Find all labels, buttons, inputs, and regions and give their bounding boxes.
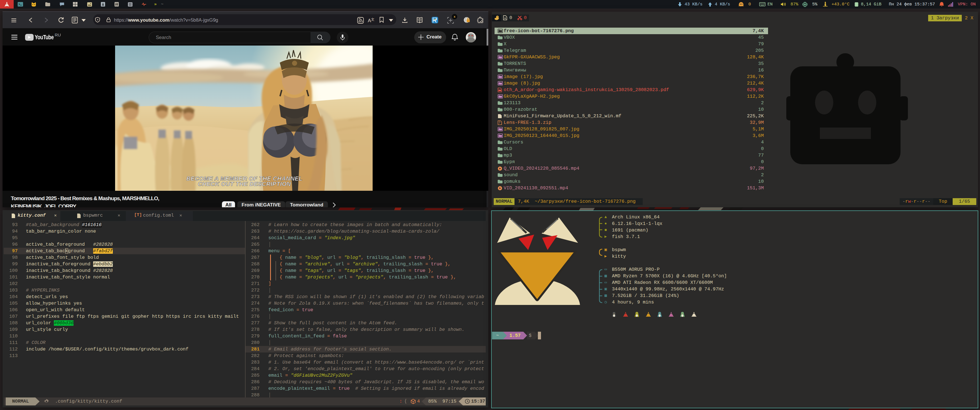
svg-text:CHECK OUT THE DESCRIPTION: CHECK OUT THE DESCRIPTION: [198, 181, 291, 187]
